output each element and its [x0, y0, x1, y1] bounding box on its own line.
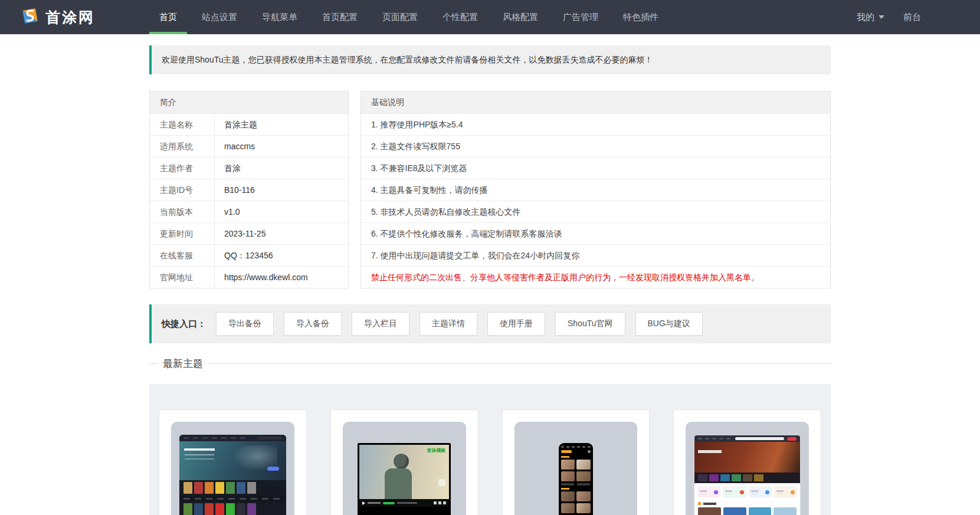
mock-section-label [561, 456, 569, 458]
note-row: 1. 推荐使用PHP版本≥5.4 [361, 113, 830, 135]
nav-item-featured-plugins[interactable]: 特色插件 [611, 0, 671, 34]
quick-entry-bar: 快捷入口： 导出备份 导入备份 导入栏目 主题详情 使用手册 ShouTu官网 … [149, 304, 831, 343]
theme-preview-video-player: 首涂模板 [343, 422, 466, 515]
note-row: 3. 不兼容IE8及以下浏览器 [361, 157, 830, 179]
mock-filter-links [183, 498, 282, 500]
table-row: 更新时间 2023-11-25 [150, 222, 348, 244]
table-row: 主题名称 首涂主题 [150, 113, 348, 135]
nav-item-page-config[interactable]: 页面配置 [370, 0, 430, 34]
mock-poster-row [179, 501, 286, 515]
mock-app-header [561, 450, 591, 453]
theme-preview-light-desktop [686, 422, 809, 515]
nav-item-site-settings[interactable]: 站点设置 [189, 0, 250, 34]
latest-themes-section: 首涂模板 [149, 384, 831, 515]
mock-player-buttons [434, 501, 446, 504]
mock-figure-head [394, 454, 409, 469]
theme-card-light-desktop[interactable] [673, 409, 821, 515]
chevron-down-icon [879, 15, 884, 19]
nav-item-nav-menu[interactable]: 导航菜单 [250, 0, 310, 34]
note-row: 4. 主题具备可复制性，请勿传播 [361, 179, 830, 201]
welcome-banner: 欢迎使用ShouTu主题，您已获得授权使用本主题管理系统，在您配置或修改文件前请… [149, 45, 831, 74]
table-row: 在线客服 QQ：123456 [150, 244, 348, 266]
export-backup-button[interactable]: 导出备份 [216, 312, 274, 336]
row-label: 在线客服 [150, 245, 215, 266]
mock-statusbar [561, 446, 591, 448]
mock-dark-site [179, 435, 286, 515]
mock-player-controls [359, 499, 450, 507]
mock-login-button [787, 437, 797, 441]
table-row: 当前版本 v1.0 [150, 201, 348, 222]
mock-light-site [694, 435, 801, 515]
frontend-link[interactable]: 前台 [903, 12, 921, 23]
mock-section-label [561, 488, 569, 490]
mock-poster-row [694, 473, 800, 483]
mock-app-logo [561, 450, 572, 453]
intro-panel: 简介 主题名称 首涂主题 适用系统 maccms 主题作者 首涂 主题ID号 B… [149, 91, 349, 288]
top-navbar: 首涂网 首页 站点设置 导航菜单 首页配置 页面配置 个性配置 风格配置 广告管… [0, 0, 980, 34]
nav-item-personal-config[interactable]: 个性配置 [430, 0, 490, 34]
mock-search-pill [257, 437, 282, 439]
import-backup-button[interactable]: 导入备份 [284, 312, 342, 336]
note-row: 5. 非技术人员请勿私自修改主题核心文件 [361, 201, 830, 222]
row-label: 主题作者 [150, 158, 215, 179]
nav-item-home-config[interactable]: 首页配置 [310, 0, 370, 34]
mock-bullet [698, 502, 701, 505]
row-value: maccms [215, 136, 255, 157]
mock-progress-bar [383, 502, 395, 504]
nav-item-ad-management[interactable]: 广告管理 [550, 0, 611, 34]
mock-figure-body [385, 468, 412, 499]
mock-nav-links [698, 438, 732, 439]
mock-photo-grid [561, 491, 591, 513]
nav-item-home[interactable]: 首页 [147, 0, 189, 34]
notes-panel: 基础说明 1. 推荐使用PHP版本≥5.4 2. 主题文件读写权限755 3. … [360, 91, 831, 288]
watermark-text: 首涂模板 [427, 447, 445, 454]
latest-themes-heading: 最新主题 [149, 357, 831, 370]
mock-next-button [438, 479, 445, 486]
import-category-button[interactable]: 导入栏目 [352, 312, 409, 336]
theme-preview-mobile-app [514, 422, 638, 515]
row-value: 首涂 [215, 158, 241, 179]
table-row: 官网地址 https://www.dkewl.com [150, 266, 348, 288]
shoutu-official-button[interactable]: ShouTu官网 [555, 312, 625, 336]
mock-time-text [368, 502, 381, 504]
my-dropdown[interactable]: 我的 [857, 12, 884, 23]
mock-caption-row [561, 483, 591, 486]
theme-preview-dark-desktop [171, 422, 294, 515]
row-label: 更新时间 [150, 223, 215, 244]
theme-card-dark-desktop[interactable] [159, 409, 307, 515]
header-right: 我的 前台 [857, 0, 921, 34]
theme-detail-button[interactable]: 主题详情 [419, 312, 477, 336]
table-row: 适用系统 maccms [150, 135, 348, 157]
welcome-banner-text: 欢迎使用ShouTu主题，您已获得授权使用本主题管理系统，在您配置或修改文件前请… [162, 55, 653, 65]
row-value: v1.0 [215, 201, 240, 222]
notes-panel-title: 基础说明 [361, 91, 830, 113]
row-value: QQ：123456 [215, 245, 273, 266]
logo[interactable]: 首涂网 [21, 0, 95, 34]
mock-title-text [397, 502, 417, 504]
theme-card-mobile-app[interactable] [502, 409, 650, 515]
intro-panel-title: 简介 [150, 91, 348, 113]
themes-grid: 首涂模板 [159, 409, 821, 515]
mock-photo-grid [561, 460, 591, 481]
divider [149, 363, 158, 364]
theme-card-video-player[interactable]: 首涂模板 [330, 409, 478, 515]
row-label: 主题名称 [150, 114, 215, 135]
row-label: 官网地址 [150, 267, 215, 288]
note-row: 2. 主题文件读写权限755 [361, 135, 830, 157]
table-row: 主题ID号 B10-116 [150, 179, 348, 201]
user-manual-button[interactable]: 使用手册 [487, 312, 545, 336]
mock-category-cards [694, 483, 800, 501]
mock-video-player: 首涂模板 [358, 443, 451, 515]
bug-suggestion-button[interactable]: BUG与建议 [635, 312, 703, 336]
mock-filter-row [179, 496, 286, 501]
row-label: 适用系统 [150, 136, 215, 157]
shoutu-logo-icon [21, 6, 40, 28]
mock-browser-bar [694, 435, 800, 442]
main-nav: 首页 站点设置 导航菜单 首页配置 页面配置 个性配置 风格配置 广告管理 特色… [147, 0, 671, 34]
nav-item-style-config[interactable]: 风格配置 [490, 0, 550, 34]
mock-hero-banner [694, 442, 800, 473]
row-value: 2023-11-25 [215, 223, 266, 244]
mock-video-screen: 首涂模板 [359, 445, 450, 499]
row-label: 当前版本 [150, 201, 215, 222]
table-row: 主题作者 首涂 [150, 157, 348, 179]
